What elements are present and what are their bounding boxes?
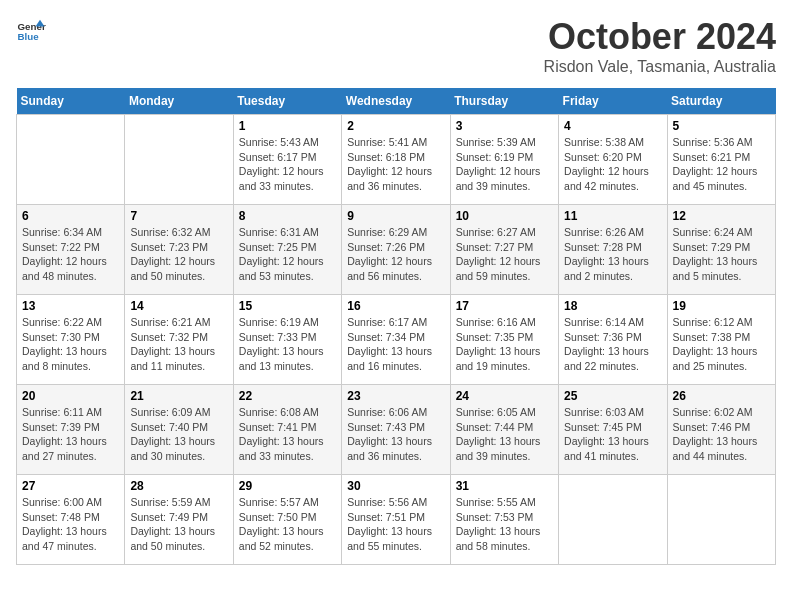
day-number: 14 [130,299,227,313]
page-header: General Blue October 2024 Risdon Vale, T… [16,16,776,76]
logo: General Blue [16,16,46,46]
day-detail: Sunrise: 6:22 AMSunset: 7:30 PMDaylight:… [22,315,119,374]
day-number: 4 [564,119,661,133]
day-detail: Sunrise: 6:27 AMSunset: 7:27 PMDaylight:… [456,225,553,284]
day-detail: Sunrise: 6:11 AMSunset: 7:39 PMDaylight:… [22,405,119,464]
day-detail: Sunrise: 6:31 AMSunset: 7:25 PMDaylight:… [239,225,336,284]
calendar-day-cell: 11Sunrise: 6:26 AMSunset: 7:28 PMDayligh… [559,205,667,295]
day-detail: Sunrise: 5:55 AMSunset: 7:53 PMDaylight:… [456,495,553,554]
calendar-day-cell: 14Sunrise: 6:21 AMSunset: 7:32 PMDayligh… [125,295,233,385]
day-number: 8 [239,209,336,223]
day-detail: Sunrise: 6:05 AMSunset: 7:44 PMDaylight:… [456,405,553,464]
calendar-day-cell [125,115,233,205]
calendar-day-cell: 26Sunrise: 6:02 AMSunset: 7:46 PMDayligh… [667,385,775,475]
day-detail: Sunrise: 6:08 AMSunset: 7:41 PMDaylight:… [239,405,336,464]
calendar-day-cell [17,115,125,205]
day-number: 29 [239,479,336,493]
day-detail: Sunrise: 6:06 AMSunset: 7:43 PMDaylight:… [347,405,444,464]
location-title: Risdon Vale, Tasmania, Australia [544,58,776,76]
day-number: 28 [130,479,227,493]
day-number: 10 [456,209,553,223]
day-number: 11 [564,209,661,223]
calendar-day-cell: 19Sunrise: 6:12 AMSunset: 7:38 PMDayligh… [667,295,775,385]
day-detail: Sunrise: 5:57 AMSunset: 7:50 PMDaylight:… [239,495,336,554]
day-number: 20 [22,389,119,403]
calendar-day-cell [667,475,775,565]
day-detail: Sunrise: 5:59 AMSunset: 7:49 PMDaylight:… [130,495,227,554]
day-detail: Sunrise: 6:12 AMSunset: 7:38 PMDaylight:… [673,315,770,374]
day-detail: Sunrise: 6:26 AMSunset: 7:28 PMDaylight:… [564,225,661,284]
day-number: 9 [347,209,444,223]
weekday-header: Friday [559,88,667,115]
day-number: 23 [347,389,444,403]
calendar-day-cell: 7Sunrise: 6:32 AMSunset: 7:23 PMDaylight… [125,205,233,295]
day-number: 12 [673,209,770,223]
day-number: 21 [130,389,227,403]
day-detail: Sunrise: 6:32 AMSunset: 7:23 PMDaylight:… [130,225,227,284]
day-detail: Sunrise: 6:34 AMSunset: 7:22 PMDaylight:… [22,225,119,284]
day-detail: Sunrise: 6:17 AMSunset: 7:34 PMDaylight:… [347,315,444,374]
day-number: 15 [239,299,336,313]
calendar-day-cell: 5Sunrise: 5:36 AMSunset: 6:21 PMDaylight… [667,115,775,205]
day-number: 27 [22,479,119,493]
calendar-day-cell: 12Sunrise: 6:24 AMSunset: 7:29 PMDayligh… [667,205,775,295]
day-number: 3 [456,119,553,133]
calendar-day-cell: 3Sunrise: 5:39 AMSunset: 6:19 PMDaylight… [450,115,558,205]
calendar-day-cell: 23Sunrise: 6:06 AMSunset: 7:43 PMDayligh… [342,385,450,475]
calendar-day-cell: 8Sunrise: 6:31 AMSunset: 7:25 PMDaylight… [233,205,341,295]
day-detail: Sunrise: 6:14 AMSunset: 7:36 PMDaylight:… [564,315,661,374]
day-number: 19 [673,299,770,313]
day-detail: Sunrise: 5:41 AMSunset: 6:18 PMDaylight:… [347,135,444,194]
day-detail: Sunrise: 6:02 AMSunset: 7:46 PMDaylight:… [673,405,770,464]
calendar-day-cell: 24Sunrise: 6:05 AMSunset: 7:44 PMDayligh… [450,385,558,475]
day-number: 5 [673,119,770,133]
calendar-day-cell: 27Sunrise: 6:00 AMSunset: 7:48 PMDayligh… [17,475,125,565]
calendar-header: SundayMondayTuesdayWednesdayThursdayFrid… [17,88,776,115]
calendar-week-row: 1Sunrise: 5:43 AMSunset: 6:17 PMDaylight… [17,115,776,205]
day-number: 6 [22,209,119,223]
calendar-day-cell: 9Sunrise: 6:29 AMSunset: 7:26 PMDaylight… [342,205,450,295]
calendar-day-cell: 15Sunrise: 6:19 AMSunset: 7:33 PMDayligh… [233,295,341,385]
day-detail: Sunrise: 6:19 AMSunset: 7:33 PMDaylight:… [239,315,336,374]
calendar-day-cell: 18Sunrise: 6:14 AMSunset: 7:36 PMDayligh… [559,295,667,385]
day-detail: Sunrise: 6:21 AMSunset: 7:32 PMDaylight:… [130,315,227,374]
calendar-day-cell: 20Sunrise: 6:11 AMSunset: 7:39 PMDayligh… [17,385,125,475]
day-detail: Sunrise: 6:16 AMSunset: 7:35 PMDaylight:… [456,315,553,374]
calendar-week-row: 27Sunrise: 6:00 AMSunset: 7:48 PMDayligh… [17,475,776,565]
calendar-day-cell: 25Sunrise: 6:03 AMSunset: 7:45 PMDayligh… [559,385,667,475]
calendar-day-cell: 17Sunrise: 6:16 AMSunset: 7:35 PMDayligh… [450,295,558,385]
svg-text:Blue: Blue [18,31,40,42]
day-number: 25 [564,389,661,403]
weekday-header: Saturday [667,88,775,115]
day-number: 16 [347,299,444,313]
calendar-day-cell: 21Sunrise: 6:09 AMSunset: 7:40 PMDayligh… [125,385,233,475]
day-detail: Sunrise: 5:36 AMSunset: 6:21 PMDaylight:… [673,135,770,194]
calendar-body: 1Sunrise: 5:43 AMSunset: 6:17 PMDaylight… [17,115,776,565]
day-detail: Sunrise: 5:38 AMSunset: 6:20 PMDaylight:… [564,135,661,194]
calendar-day-cell: 1Sunrise: 5:43 AMSunset: 6:17 PMDaylight… [233,115,341,205]
day-number: 22 [239,389,336,403]
day-detail: Sunrise: 5:39 AMSunset: 6:19 PMDaylight:… [456,135,553,194]
day-number: 31 [456,479,553,493]
calendar-day-cell: 30Sunrise: 5:56 AMSunset: 7:51 PMDayligh… [342,475,450,565]
day-detail: Sunrise: 5:43 AMSunset: 6:17 PMDaylight:… [239,135,336,194]
calendar-day-cell: 10Sunrise: 6:27 AMSunset: 7:27 PMDayligh… [450,205,558,295]
calendar-day-cell: 31Sunrise: 5:55 AMSunset: 7:53 PMDayligh… [450,475,558,565]
calendar-week-row: 13Sunrise: 6:22 AMSunset: 7:30 PMDayligh… [17,295,776,385]
day-number: 17 [456,299,553,313]
day-detail: Sunrise: 5:56 AMSunset: 7:51 PMDaylight:… [347,495,444,554]
day-number: 30 [347,479,444,493]
day-number: 2 [347,119,444,133]
calendar-day-cell: 28Sunrise: 5:59 AMSunset: 7:49 PMDayligh… [125,475,233,565]
weekday-header: Sunday [17,88,125,115]
day-number: 24 [456,389,553,403]
calendar-week-row: 20Sunrise: 6:11 AMSunset: 7:39 PMDayligh… [17,385,776,475]
calendar-day-cell: 2Sunrise: 5:41 AMSunset: 6:18 PMDaylight… [342,115,450,205]
weekday-header: Wednesday [342,88,450,115]
calendar-table: SundayMondayTuesdayWednesdayThursdayFrid… [16,88,776,565]
day-detail: Sunrise: 6:09 AMSunset: 7:40 PMDaylight:… [130,405,227,464]
weekday-header: Thursday [450,88,558,115]
day-detail: Sunrise: 6:24 AMSunset: 7:29 PMDaylight:… [673,225,770,284]
calendar-day-cell: 6Sunrise: 6:34 AMSunset: 7:22 PMDaylight… [17,205,125,295]
day-detail: Sunrise: 6:29 AMSunset: 7:26 PMDaylight:… [347,225,444,284]
